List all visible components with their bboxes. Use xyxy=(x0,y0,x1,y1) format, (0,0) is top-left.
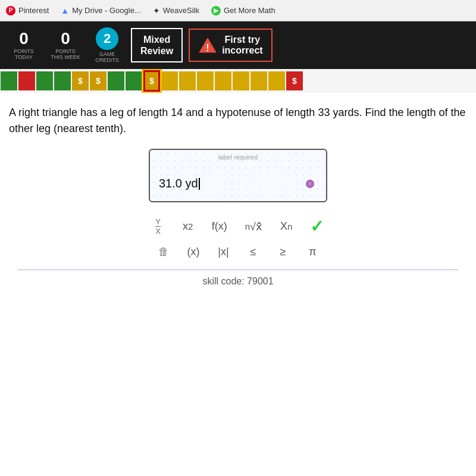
color-tile-7[interactable] xyxy=(108,71,124,90)
skill-code: skill code: 79001 xyxy=(9,276,467,287)
points-today-value: 0 xyxy=(19,30,29,47)
tab-pinterest-label: Pinterest xyxy=(18,6,49,15)
game-credits-label: GAMECREDITS xyxy=(95,51,119,63)
color-tile-bar: $ $ $ $ xyxy=(0,69,476,93)
tab-weavesilk-label: WeaveSilk xyxy=(163,6,199,15)
superscript-btn[interactable]: x2 xyxy=(178,218,198,235)
leq-btn[interactable]: ≤ xyxy=(244,243,263,261)
tab-getmoremath-label: Get More Math xyxy=(224,6,275,15)
color-tile-9-highlighted[interactable]: $ xyxy=(143,70,160,92)
function-btn[interactable]: f(x) xyxy=(208,218,231,235)
check-button[interactable]: ✓ xyxy=(306,214,327,239)
tab-my-drive[interactable]: ▲ My Drive - Google... xyxy=(61,6,140,15)
answer-value: 31.0 yd xyxy=(159,177,198,190)
abs-btn[interactable]: |x| xyxy=(214,243,233,261)
game-credits-value: 2 xyxy=(96,27,118,50)
mixed-review-button[interactable]: Mixed Review xyxy=(131,28,183,62)
answer-box[interactable]: label required 31.0 yd xyxy=(149,149,327,202)
parens-btn[interactable]: (x) xyxy=(184,243,203,261)
color-tile-6[interactable]: $ xyxy=(90,71,107,90)
tab-getmoremath[interactable]: ▶ Get More Math xyxy=(211,6,275,15)
main-content: A right triangle has a leg of length 14 … xyxy=(0,93,476,299)
game-credits-block: 2 GAMECREDITS xyxy=(89,27,125,63)
keyboard-row-1: Y X x2 f(x) n√x̄ Xn ✓ xyxy=(149,214,328,239)
tab-weavesilk[interactable]: ✦ WeaveSilk xyxy=(153,6,199,15)
points-week-block: 0 POINTSTHIS WEEK xyxy=(48,30,83,60)
first-try-incorrect-button[interactable]: ! First try incorrect xyxy=(189,29,272,62)
tab-drive-label: My Drive - Google... xyxy=(72,6,141,15)
label-required-text: label required xyxy=(218,154,258,161)
text-cursor xyxy=(199,178,200,190)
app-header: 0 POINTSTODAY 0 POINTSTHIS WEEK 2 GAMECR… xyxy=(0,21,476,69)
color-tile-13[interactable] xyxy=(215,71,231,90)
color-tile-15[interactable] xyxy=(250,71,267,90)
color-tile-2[interactable] xyxy=(18,71,35,90)
getmoremath-icon: ▶ xyxy=(211,6,221,15)
fraction-btn[interactable]: Y X xyxy=(149,215,168,238)
points-week-value: 0 xyxy=(61,30,70,47)
weavesilk-icon: ✦ xyxy=(153,6,160,15)
geq-btn[interactable]: ≥ xyxy=(274,243,293,261)
color-tile-10[interactable] xyxy=(161,71,178,90)
points-today-label: POINTSTODAY xyxy=(14,48,34,60)
math-keyboard: Y X x2 f(x) n√x̄ Xn ✓ 🗑 (x) |x| ≤ xyxy=(9,214,467,261)
color-tile-12[interactable] xyxy=(197,71,214,90)
svg-text:!: ! xyxy=(206,43,209,53)
question-text: A right triangle has a leg of length 14 … xyxy=(9,105,467,137)
drive-icon: ▲ xyxy=(61,6,69,15)
color-tile-5[interactable]: $ xyxy=(72,71,89,90)
points-week-label: POINTSTHIS WEEK xyxy=(51,48,80,60)
pi-btn[interactable]: π xyxy=(303,243,322,261)
cursor-dot xyxy=(306,180,314,188)
subscript-btn[interactable]: Xn xyxy=(277,218,296,235)
delete-btn[interactable]: 🗑 xyxy=(154,243,173,261)
color-tile-17[interactable]: $ xyxy=(286,71,303,90)
first-try-label: First try incorrect xyxy=(222,35,262,56)
pinterest-icon: P xyxy=(6,6,15,15)
tab-pinterest[interactable]: P Pinterest xyxy=(6,6,49,15)
color-tile-1[interactable] xyxy=(1,71,17,90)
color-tile-3[interactable] xyxy=(36,71,53,90)
browser-tab-bar: P Pinterest ▲ My Drive - Google... ✦ Wea… xyxy=(0,0,476,21)
color-tile-14[interactable] xyxy=(233,71,249,90)
section-divider xyxy=(18,270,458,270)
color-tile-8[interactable] xyxy=(126,71,142,90)
answer-input-display: 31.0 yd xyxy=(159,177,200,190)
color-tile-4[interactable] xyxy=(54,71,71,90)
color-tile-16[interactable] xyxy=(268,71,285,90)
keyboard-row-2: 🗑 (x) |x| ≤ ≥ π xyxy=(154,243,322,261)
warning-triangle-icon: ! xyxy=(198,36,217,55)
answer-area: label required 31.0 yd xyxy=(9,149,467,202)
nthroot-btn[interactable]: n√x̄ xyxy=(242,218,266,236)
points-today-block: 0 POINTSTODAY xyxy=(6,30,42,60)
color-tile-11[interactable] xyxy=(179,71,196,90)
